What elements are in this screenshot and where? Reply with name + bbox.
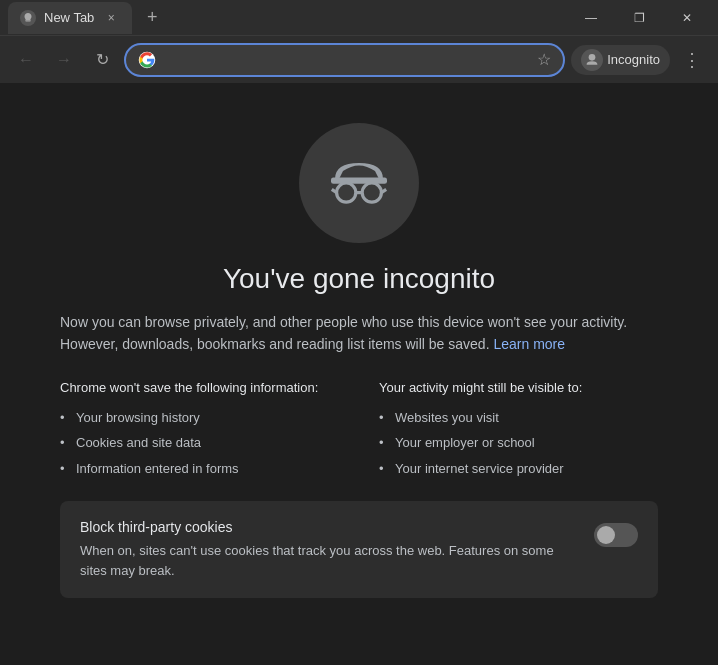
svg-point-4	[337, 183, 356, 202]
svg-rect-3	[331, 177, 387, 183]
profile-button[interactable]: Incognito	[571, 45, 670, 75]
title-bar: New Tab × + — ❐ ✕	[0, 0, 718, 35]
info-columns: Chrome won't save the following informat…	[60, 380, 658, 482]
chrome-wont-save-column: Chrome won't save the following informat…	[60, 380, 339, 482]
address-input[interactable]	[164, 52, 529, 68]
incognito-icon	[319, 143, 399, 223]
incognito-title: You've gone incognito	[223, 263, 495, 295]
tab-title: New Tab	[44, 10, 94, 25]
cookie-toggle[interactable]	[594, 523, 638, 547]
incognito-page: You've gone incognito Now you can browse…	[60, 123, 658, 635]
list-item: Cookies and site data	[60, 430, 339, 456]
main-content: You've gone incognito Now you can browse…	[0, 83, 718, 665]
chrome-menu-button[interactable]: ⋮	[676, 44, 708, 76]
list-item: Websites you visit	[379, 405, 658, 431]
new-tab-button[interactable]: +	[138, 4, 166, 32]
list-item: Information entered in forms	[60, 456, 339, 482]
svg-point-2	[589, 54, 596, 61]
address-favicon	[138, 51, 156, 69]
refresh-button[interactable]: ↻	[86, 44, 118, 76]
cookie-block: Block third-party cookies When on, sites…	[60, 501, 658, 598]
address-bar[interactable]: ☆	[124, 43, 565, 77]
cookie-toggle-wrapper	[594, 523, 638, 547]
nav-bar: ← → ↻ ☆ Incognito ⋮	[0, 35, 718, 83]
profile-icon	[581, 49, 603, 71]
forward-button[interactable]: →	[48, 44, 80, 76]
active-tab[interactable]: New Tab ×	[8, 2, 132, 34]
minimize-button[interactable]: —	[568, 2, 614, 34]
close-button[interactable]: ✕	[664, 2, 710, 34]
tab-close-button[interactable]: ×	[102, 9, 120, 27]
window-controls: — ❐ ✕	[568, 2, 710, 34]
tab-strip: New Tab × +	[8, 2, 166, 34]
cookie-description: When on, sites can't use cookies that tr…	[80, 541, 578, 580]
still-visible-title: Your activity might still be visible to:	[379, 380, 658, 395]
tab-favicon	[20, 10, 36, 26]
chrome-wont-save-title: Chrome won't save the following informat…	[60, 380, 339, 395]
bookmark-star-icon[interactable]: ☆	[537, 50, 551, 69]
svg-point-5	[362, 183, 381, 202]
profile-label: Incognito	[607, 52, 660, 67]
cookie-title: Block third-party cookies	[80, 519, 578, 535]
still-visible-column: Your activity might still be visible to:…	[379, 380, 658, 482]
learn-more-link[interactable]: Learn more	[493, 336, 565, 352]
back-button[interactable]: ←	[10, 44, 42, 76]
list-item: Your browsing history	[60, 405, 339, 431]
cookie-text: Block third-party cookies When on, sites…	[80, 519, 578, 580]
toggle-knob	[597, 526, 615, 544]
list-item: Your internet service provider	[379, 456, 658, 482]
maximize-button[interactable]: ❐	[616, 2, 662, 34]
incognito-description: Now you can browse privately, and other …	[60, 311, 658, 356]
still-visible-list: Websites you visit Your employer or scho…	[379, 405, 658, 482]
chrome-wont-save-list: Your browsing history Cookies and site d…	[60, 405, 339, 482]
svg-rect-0	[26, 20, 31, 21]
incognito-icon-wrapper	[299, 123, 419, 243]
list-item: Your employer or school	[379, 430, 658, 456]
